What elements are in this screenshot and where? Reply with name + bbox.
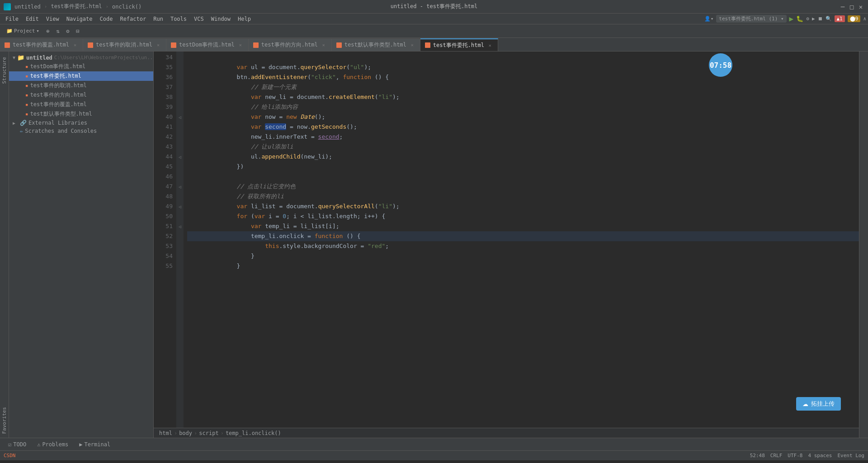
tab-default-events[interactable]: test默认事件类型.html ✕ <box>332 38 420 51</box>
breadcrumb-bar: html › body › script › temp_li.onclick() <box>154 428 859 438</box>
html-file-icon3: ▪ <box>25 83 28 89</box>
code-line-48[interactable]: var li_list = document.querySelectorAll(… <box>187 192 859 201</box>
fold-mark-49[interactable]: ◁ <box>178 201 182 211</box>
close-button[interactable]: ✕ <box>857 3 864 10</box>
menu-run[interactable]: Run <box>150 15 167 23</box>
tab-icon2 <box>88 42 93 48</box>
status-charset[interactable]: UTF-8 <box>788 453 802 458</box>
menu-window[interactable]: Window <box>208 15 234 23</box>
menu-tools[interactable]: Tools <box>167 15 190 23</box>
tab-close-cover[interactable]: ✕ <box>72 42 78 48</box>
upload-button[interactable]: ☁ 拓挂上传 <box>796 397 841 411</box>
tree-external-libraries[interactable]: ▶ 🔗 External Libraries <box>9 119 153 127</box>
fold-mark-40[interactable]: ◁ <box>178 112 182 122</box>
timer-display: 07:58 <box>709 53 732 77</box>
bottom-tab-terminal[interactable]: ▶ Terminal <box>75 440 115 449</box>
tab-close-default[interactable]: ✕ <box>409 42 415 48</box>
menu-file[interactable]: File <box>2 15 22 23</box>
top-right-controls: 👤▾ test事件委托.html (1) ▾ ▶ 🐛 ⚙ ▶ ⏹ 🔍 ▲1 ⬤9… <box>704 14 866 23</box>
right-vertical-tabs <box>859 51 868 438</box>
maximize-button[interactable]: □ <box>848 3 855 10</box>
tab-events-delegate[interactable]: test事件委托.html ✕ <box>420 38 498 51</box>
fold-mark-44[interactable]: ◁ <box>178 152 182 162</box>
code-line-45[interactable] <box>187 162 859 172</box>
bc-script[interactable]: script <box>199 430 218 436</box>
bottom-toolbar: ☑ TODO ⚠ Problems ▶ Terminal <box>0 438 868 450</box>
left-tab-structure[interactable]: Structure <box>0 53 8 88</box>
tab-close-delegate[interactable]: ✕ <box>487 42 493 48</box>
status-event-log[interactable]: Event Log <box>837 453 864 458</box>
bc-fn[interactable]: temp_li.onclick() <box>226 430 281 436</box>
tab-icon <box>5 42 10 48</box>
title-file2: test事件委托.html <box>51 3 102 10</box>
nav-add-btn[interactable]: ⊕ <box>44 27 52 35</box>
bc-body[interactable]: body <box>179 430 192 436</box>
upload-icon: ☁ <box>802 401 808 407</box>
tree-root[interactable]: ▼ 📁 untitled C:\Users\LH\WebstormProject… <box>9 53 153 62</box>
tab-events-cover[interactable]: test事件的覆盖.html ✕ <box>0 38 83 51</box>
tab-events-dir[interactable]: test事件的方向.html ✕ <box>249 38 332 51</box>
minimize-button[interactable]: ─ <box>839 3 846 10</box>
tree-file-cover[interactable]: ▪ test事件的覆盖.html <box>9 100 153 109</box>
menu-bar: File Edit View Navigate Code Refactor Ru… <box>0 14 868 24</box>
app-icon <box>4 3 11 10</box>
code-line-46[interactable]: // 点击li让它变约色 <box>187 172 859 182</box>
menu-vcs[interactable]: VCS <box>190 15 208 23</box>
code-line-54[interactable]: } <box>187 251 859 261</box>
todo-icon: ☑ <box>8 441 11 448</box>
bottom-tab-todo[interactable]: ☑ TODO <box>4 440 31 449</box>
code-lines[interactable]: var ul = document.querySelector("ul"); b… <box>184 51 859 428</box>
gutter: ◁ ◁ ◁ ◁ ◁ <box>176 51 184 428</box>
menu-help[interactable]: Help <box>234 15 255 23</box>
status-indent[interactable]: 4 spaces <box>808 453 832 458</box>
sidebar-panel: ▼ 📁 untitled C:\Users\LH\WebstormProject… <box>9 51 154 438</box>
code-line-55[interactable] <box>187 261 859 271</box>
bc-html[interactable]: html <box>159 430 172 436</box>
tree-scratches[interactable]: ✏ Scratches and Consoles <box>9 127 153 135</box>
fold-mark-51[interactable]: ◁ <box>178 221 182 231</box>
nav-settings-btn[interactable]: ⚙ <box>64 27 72 35</box>
fold-mark-47[interactable]: ◁ <box>178 182 182 192</box>
status-time: 52:48 <box>750 453 765 458</box>
status-bar-right: 52:48 CRLF UTF-8 4 spaces Event Log <box>750 453 864 458</box>
line-numbers: 34 35 36 37 38 39 40 41 42 43 44 45 46 4… <box>154 51 176 428</box>
project-dropdown[interactable]: 📁 Project ▾ <box>4 27 42 35</box>
tab-close-testdom[interactable]: ✕ <box>237 42 244 48</box>
code-editor: 07:58 34 35 36 37 38 39 40 41 42 43 44 4… <box>154 51 859 438</box>
main-layout: Structure Favorites ▼ 📁 untitled C:\User… <box>0 51 868 438</box>
status-encoding[interactable]: CRLF <box>770 453 783 458</box>
nav-sync-btn[interactable]: ⇅ <box>54 27 62 35</box>
tree-file-dom[interactable]: ▪ testDom事件流.html <box>9 62 153 71</box>
tab-icon4 <box>253 42 259 48</box>
code-line-34[interactable]: var ul = document.querySelector("ul"); <box>187 52 859 62</box>
menu-view[interactable]: View <box>42 15 63 23</box>
tab-testdom[interactable]: testDom事件流.html ✕ <box>166 38 249 51</box>
html-file-icon2: ▪ <box>25 73 28 79</box>
menu-edit[interactable]: Edit <box>22 15 42 23</box>
tab-close-cancel[interactable]: ✕ <box>155 42 161 48</box>
title-bar-controls: ─ □ ✕ <box>839 3 864 10</box>
status-csdn: CSDN <box>4 453 16 458</box>
tab-events-cancel[interactable]: test事件的取消.html ✕ <box>83 38 166 51</box>
code-content[interactable]: 34 35 36 37 38 39 40 41 42 43 44 45 46 4… <box>154 51 859 428</box>
tab-bar: test事件的覆盖.html ✕ test事件的取消.html ✕ testDo… <box>0 38 868 51</box>
title-method: onclick() <box>112 4 142 10</box>
tab-close-dir[interactable]: ✕ <box>321 42 327 48</box>
tree-file-direction[interactable]: ▪ test事件的方向.html <box>9 90 153 100</box>
menu-navigate[interactable]: Navigate <box>63 15 96 23</box>
tree-file-delegate[interactable]: ▪ test事件委托.html <box>9 71 153 81</box>
menu-code[interactable]: Code <box>96 15 117 23</box>
bottom-tab-problems[interactable]: ⚠ Problems <box>33 440 73 449</box>
menu-refactor[interactable]: Refactor <box>116 15 150 23</box>
terminal-icon: ▶ <box>79 441 82 448</box>
nav-collapse-btn[interactable]: ⊟ <box>74 27 82 35</box>
tree-file-cancel[interactable]: ▪ test事件的取消.html <box>9 81 153 90</box>
nav-bar: 📁 Project ▾ ⊕ ⇅ ⚙ ⊟ <box>0 24 868 38</box>
tree-file-default[interactable]: ▪ test默认事件类型.html <box>9 109 153 119</box>
scratches-icon: ✏ <box>20 128 23 134</box>
left-tab-favorites[interactable]: Favorites <box>0 403 8 438</box>
html-file-icon6: ▪ <box>25 111 28 117</box>
title-center: untitled - test事件委托.html <box>391 3 478 10</box>
external-lib-icon: 🔗 <box>20 120 27 126</box>
html-file-icon4: ▪ <box>25 92 28 98</box>
